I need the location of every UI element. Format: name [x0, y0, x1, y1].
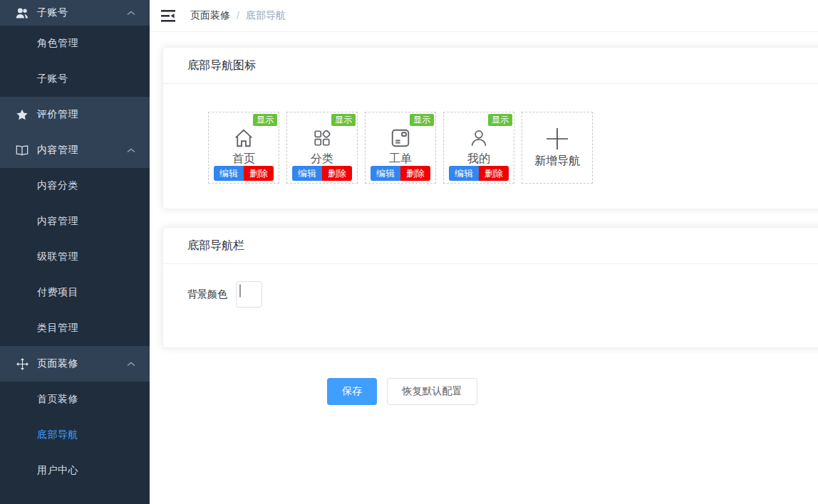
bottom-nav-icons-card: 底部导航图标 显示 首页 编辑 删除 显示: [162, 47, 818, 209]
visible-badge: 显示: [488, 114, 512, 126]
delete-button[interactable]: 删除: [479, 166, 509, 181]
sidebar-item-content-management[interactable]: 内容管理: [0, 132, 150, 168]
background-color-row: 背景颜色: [163, 264, 818, 347]
chevron-up-icon: [127, 148, 135, 153]
breadcrumb-current: 底部导航: [246, 9, 286, 22]
sidebar-item-role-management[interactable]: 角色管理: [0, 26, 150, 61]
user-icon: [469, 127, 489, 149]
nav-item-home[interactable]: 显示 首页 编辑 删除: [208, 112, 279, 184]
delete-button[interactable]: 删除: [400, 166, 430, 181]
nav-item-mine[interactable]: 显示 我的 编辑 删除: [443, 112, 514, 184]
sidebar-item-sub-account[interactable]: 子账号: [0, 61, 150, 97]
plus-icon: [545, 128, 569, 149]
users-icon: [16, 8, 29, 19]
delete-button[interactable]: 删除: [322, 166, 352, 181]
topbar: 页面装修 / 底部导航: [150, 0, 818, 32]
app-window: 子账号 角色管理 子账号 评价管理 内容管理: [0, 0, 818, 504]
sidebar-item-content-category[interactable]: 内容分类: [0, 168, 150, 204]
edit-button[interactable]: 编辑: [371, 166, 400, 181]
sidebar-item-category-management[interactable]: 类目管理: [0, 310, 150, 346]
nav-item-category[interactable]: 显示 分类 编辑 删除: [286, 112, 358, 184]
nav-item-label: 首页: [232, 152, 255, 167]
bottom-nav-bar-card: 底部导航栏 背景颜色: [162, 227, 818, 348]
nav-items-row: 显示 首页 编辑 删除 显示 分类: [163, 84, 818, 209]
sidebar-item-cascade-management[interactable]: 级联管理: [0, 239, 150, 275]
sidebar-item-sub-accounts[interactable]: 子账号: [0, 0, 150, 26]
sidebar-item-home-decoration[interactable]: 首页装修: [0, 382, 150, 417]
sidebar-submenu-content: 内容分类 内容管理 级联管理 付费项目 类目管理: [0, 168, 150, 346]
sidebar-submenu-sub-accounts: 角色管理 子账号: [0, 26, 150, 97]
sidebar-submenu-decoration: 首页装修 底部导航 用户中心: [0, 382, 150, 488]
nav-item-label: 我的: [467, 152, 490, 167]
sidebar-item-user-center[interactable]: 用户中心: [0, 453, 150, 488]
move-icon: [16, 358, 29, 370]
visible-badge: 显示: [410, 114, 434, 126]
card-title: 底部导航图标: [163, 48, 818, 84]
chevron-up-icon: [127, 362, 135, 367]
delete-button[interactable]: 删除: [244, 166, 274, 181]
actions-row: 保存 恢复默认配置: [327, 378, 818, 405]
home-icon: [233, 127, 254, 149]
edit-button[interactable]: 编辑: [292, 166, 322, 181]
visible-badge: 显示: [253, 114, 277, 126]
collapse-sidebar-icon[interactable]: [161, 10, 175, 22]
nav-item-workorder[interactable]: 显示 工单 编辑 删除: [365, 112, 436, 184]
chevron-up-icon: [127, 11, 135, 16]
sidebar-item-content-manage[interactable]: 内容管理: [0, 204, 150, 239]
grid-icon: [312, 127, 332, 149]
add-nav-button[interactable]: 新增导航: [522, 112, 593, 184]
save-button[interactable]: 保存: [327, 378, 377, 405]
add-nav-label: 新增导航: [534, 154, 580, 169]
bg-color-swatch-inner: [239, 284, 241, 298]
sidebar: 子账号 角色管理 子账号 评价管理 内容管理: [0, 0, 150, 504]
reset-default-button[interactable]: 恢复默认配置: [387, 378, 477, 405]
color-picker[interactable]: [236, 281, 262, 308]
main-area: 页面装修 / 底部导航 底部导航图标 显示 首页 编辑 删除: [150, 0, 818, 504]
sidebar-item-paid-items[interactable]: 付费项目: [0, 275, 150, 310]
edit-button[interactable]: 编辑: [449, 166, 479, 181]
breadcrumb-section[interactable]: 页面装修: [190, 9, 230, 22]
edit-button[interactable]: 编辑: [214, 166, 244, 181]
sidebar-filler: [0, 488, 150, 504]
sidebar-item-review-management[interactable]: 评价管理: [0, 97, 150, 132]
breadcrumb-separator: /: [237, 10, 239, 21]
sidebar-item-label: 子账号: [37, 6, 68, 19]
background-color-label: 背景颜色: [187, 288, 227, 301]
sidebar-item-bottom-nav[interactable]: 底部导航: [0, 417, 150, 453]
visible-badge: 显示: [331, 114, 356, 126]
workorder-icon: [390, 127, 411, 149]
card-title: 底部导航栏: [163, 228, 818, 264]
star-icon: [16, 109, 29, 120]
breadcrumb: 页面装修 / 底部导航: [190, 9, 286, 22]
sidebar-item-page-decoration[interactable]: 页面装修: [0, 346, 150, 382]
book-icon: [16, 145, 29, 156]
nav-item-label: 工单: [389, 152, 412, 167]
nav-item-label: 分类: [311, 152, 333, 167]
